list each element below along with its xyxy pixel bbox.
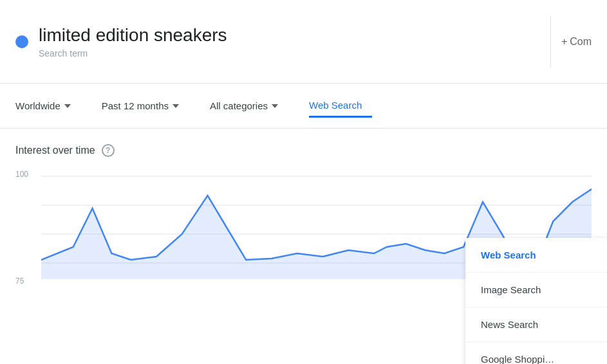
search-type-label: Web Search xyxy=(309,100,362,111)
compare-button[interactable]: + Com xyxy=(561,36,592,48)
chart-y-labels: 100 75 xyxy=(15,170,28,298)
dropdown-item-google-shopping[interactable]: Google Shoppi… xyxy=(465,342,607,364)
category-dropdown-arrow xyxy=(272,104,278,108)
time-range-filter[interactable]: Past 12 months xyxy=(102,95,189,116)
location-label: Worldwide xyxy=(15,100,61,111)
search-term-title: limited edition sneakers xyxy=(39,24,540,46)
compare-label: Com xyxy=(570,36,592,48)
location-dropdown-arrow xyxy=(64,104,71,108)
search-type-dropdown: Web Search Image Search News Search Goog… xyxy=(465,238,607,364)
search-type-filter[interactable]: Web Search xyxy=(309,95,372,118)
filter-bar: Worldwide Past 12 months All categories … xyxy=(0,84,607,129)
search-term-label: Search term xyxy=(39,48,540,59)
dropdown-item-web-search[interactable]: Web Search xyxy=(465,238,607,273)
chart-label-75: 75 xyxy=(15,277,28,286)
header-text: limited edition sneakers Search term xyxy=(39,24,540,59)
header-divider xyxy=(550,16,551,68)
interest-over-time-title: Interest over time xyxy=(15,145,95,156)
time-range-label: Past 12 months xyxy=(102,100,169,111)
dropdown-item-image-search[interactable]: Image Search xyxy=(465,273,607,307)
category-label: All categories xyxy=(210,100,268,111)
dropdown-item-news-search[interactable]: News Search xyxy=(465,307,607,342)
main-content: Interest over time ? 100 75 xyxy=(0,129,607,364)
plus-icon: + xyxy=(561,36,567,48)
time-range-dropdown-arrow xyxy=(173,104,179,108)
chart-label-100: 100 xyxy=(15,170,28,179)
section-header: Interest over time ? xyxy=(15,144,592,157)
header-section: limited edition sneakers Search term + C… xyxy=(0,0,607,84)
category-filter[interactable]: All categories xyxy=(210,95,288,116)
search-term-dot xyxy=(15,35,28,48)
location-filter[interactable]: Worldwide xyxy=(15,95,81,116)
help-icon[interactable]: ? xyxy=(102,144,115,157)
